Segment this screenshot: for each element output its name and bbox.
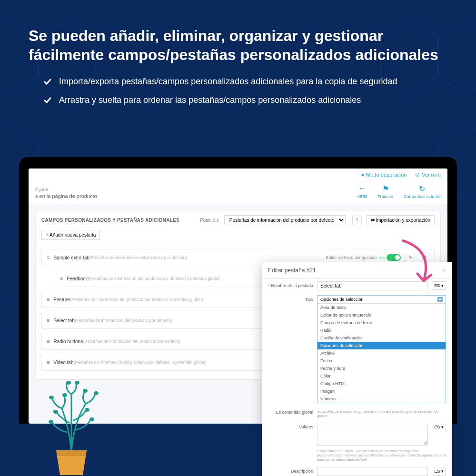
callout-arrow-icon <box>397 238 440 290</box>
breadcrumb: ifigurar <box>35 187 97 192</box>
dropdown-option[interactable]: Casilla de verificación <box>317 334 446 342</box>
svg-point-4 <box>49 420 53 424</box>
dropdown-option[interactable]: Fecha y hora <box>317 365 446 372</box>
dropdown-option[interactable]: Fecha <box>317 357 446 365</box>
debug-mode-link[interactable]: ●Modo depuración <box>361 172 407 178</box>
svg-point-2 <box>49 396 54 399</box>
drag-handle-icon[interactable]: ≡ <box>47 297 50 302</box>
chevron-down-icon: ▾ <box>437 297 443 302</box>
add-tab-button[interactable]: + Añadir nueva pestaña <box>41 230 100 240</box>
svg-point-8 <box>53 410 58 414</box>
hero-section: Se pueden añadir, eliminar, organizar y … <box>0 0 476 127</box>
dropdown-option[interactable]: Radio <box>317 327 446 334</box>
drag-handle-icon[interactable]: ≡ <box>60 276 63 281</box>
hero-title: Se pueden añadir, eliminar, organizar y … <box>29 26 447 64</box>
dropdown-option[interactable]: Archivo <box>317 349 446 357</box>
svg-point-9 <box>85 408 89 412</box>
drag-handle-icon[interactable]: ≡ <box>47 317 50 323</box>
svg-point-7 <box>83 389 88 393</box>
lang-selector[interactable]: ES ▾ <box>432 423 446 431</box>
lang-selector[interactable]: ES ▾ <box>432 467 446 476</box>
dropdown-option[interactable]: Código HTML <box>317 380 446 387</box>
description-input[interactable] <box>317 467 428 476</box>
svg-point-6 <box>62 393 67 397</box>
bug-icon: ● <box>361 172 365 178</box>
hero-bullet: Importa/exporta pestañas/campos personal… <box>43 76 447 88</box>
back-button[interactable]: ←Atrás <box>357 184 367 199</box>
edit-tab-modal: Editar pestaña #21 × * Nombre de la pest… <box>262 262 452 476</box>
dropdown-option[interactable]: Editor de texto enriquecido <box>317 311 446 319</box>
svg-point-1 <box>75 381 79 385</box>
import-export-button[interactable]: ⇄ Importación y exportación <box>367 215 435 225</box>
dropdown-option[interactable]: Imagen <box>317 387 446 395</box>
values-textarea[interactable] <box>317 423 428 446</box>
drag-handle-icon[interactable]: ≡ <box>47 359 50 365</box>
svg-point-5 <box>89 417 94 421</box>
eye-icon: ◎ <box>415 171 420 178</box>
plant-decoration <box>29 380 114 475</box>
position-select[interactable]: Pestañas de información del producto por… <box>224 215 346 225</box>
dropdown-option[interactable]: Número <box>317 395 446 403</box>
dropdown-option[interactable]: Campo de entrada de texto <box>317 319 446 327</box>
arrow-left-icon: ← <box>357 184 367 193</box>
dropdown-option[interactable]: Opciones de selección <box>317 342 446 349</box>
translate-button[interactable]: ⚑Traducir <box>377 184 393 199</box>
refresh-icon: ↻ <box>404 184 441 193</box>
svg-point-3 <box>94 391 99 395</box>
position-label: Posición: <box>200 218 219 223</box>
svg-point-0 <box>66 381 71 385</box>
dropdown-option[interactable]: Color <box>317 372 446 380</box>
panel-title: CAMPOS PERSONALIZADOS Y PESTAÑAS ADICION… <box>41 218 179 223</box>
refresh-button[interactable]: ↻Comprobar actualiz <box>404 184 441 199</box>
hero-bullet: Arrastra y suelta para ordenar las pesta… <box>43 94 447 106</box>
dropdown-option[interactable]: Área de texto <box>317 304 446 311</box>
type-dropdown[interactable]: Opciones de selección▾ Área de textoEdit… <box>317 295 446 403</box>
help-icon[interactable]: ? <box>352 216 362 225</box>
drag-handle-icon[interactable]: ≡ <box>47 338 50 344</box>
modal-title: Editar pestaña #21 <box>268 267 316 274</box>
close-icon[interactable]: × <box>443 267 446 274</box>
drag-handle-icon[interactable]: ≡ <box>47 255 50 260</box>
page-title: s en la página de producto <box>35 193 97 199</box>
view-shop-link[interactable]: ◎Ver mi ti <box>415 171 441 178</box>
header-row: ifigurar s en la página de producto ←Atr… <box>29 180 447 204</box>
check-icon <box>43 96 52 105</box>
top-status-bar: ●Modo depuración ◎Ver mi ti <box>29 169 447 180</box>
check-icon <box>43 77 52 87</box>
flag-icon: ⚑ <box>377 184 393 193</box>
